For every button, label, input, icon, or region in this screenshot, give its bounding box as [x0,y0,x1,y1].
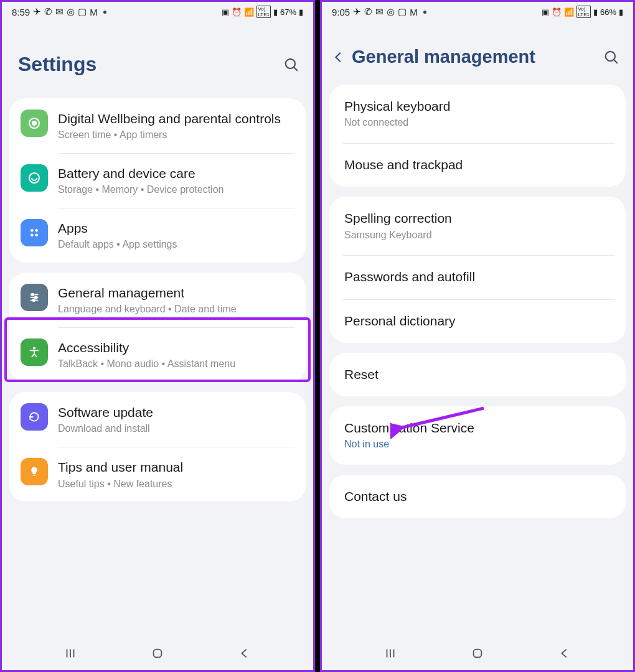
row-subtitle: Download and install [58,422,294,436]
row-title: Spelling correction [344,210,611,226]
navigation-bar [322,639,633,670]
svg-point-21 [606,51,615,60]
chat-icon: ✉ [375,6,383,17]
gmail-icon: M [90,7,98,17]
software-update-icon [21,403,48,431]
settings-group-3: Software update Download and install Tip… [9,392,306,502]
telegram-icon: ✈ [33,6,41,17]
status-bar: 9:05 ✈ ✆ ✉ ◎ ▢ M ▣ ⏰ 📶 Vo)LTE1 ▮ 66% ▮ [322,2,633,22]
battery-icon: ▮ [299,7,303,17]
row-title: Tips and user manual [58,459,294,475]
instagram-icon: ◎ [387,6,395,17]
row-title: Reset [344,366,611,383]
row-contact-us[interactable]: Contact us [329,475,626,518]
search-icon[interactable] [603,49,619,65]
back-button[interactable] [238,646,252,663]
row-subtitle: Default apps • App settings [58,238,294,251]
svg-point-5 [31,229,34,232]
whatsapp-icon: ✆ [364,6,372,17]
row-physical-keyboard[interactable]: Physical keyboard Not connected [329,85,626,143]
row-subtitle: Samsung Keyboard [344,229,611,242]
home-button[interactable] [151,646,164,663]
row-title: General management [58,285,294,301]
signal-icon: ▮ [593,7,598,17]
row-apps[interactable]: Apps Default apps • App settings [9,208,306,263]
title-bar: General management [322,22,633,85]
wifi-icon: 📶 [564,7,574,17]
battery-percent: 66% [600,7,616,17]
general-management-list: Physical keyboard Not connected Mouse an… [322,85,633,639]
home-button[interactable] [471,646,484,663]
search-icon[interactable] [283,57,299,73]
row-title: Apps [58,220,294,236]
row-subtitle: Useful tips • New features [58,478,294,491]
row-subtitle: Screen time • App timers [58,129,294,142]
row-subtitle: Storage • Memory • Device protection [58,184,294,197]
row-title: Customisation Service [344,420,611,436]
apps-icon [21,219,48,246]
wifi-icon: 📶 [244,7,254,17]
gm-group-2: Spelling correction Samsung Keyboard Pas… [329,197,626,343]
recents-button[interactable] [64,646,77,663]
general-management-icon [21,284,48,311]
row-customisation-service[interactable]: Customisation Service Not in use [329,406,626,465]
svg-rect-27 [474,650,482,658]
battery-percent: 67% [280,7,296,17]
status-bar: 8:59 ✈ ✆ ✉ ◎ ▢ M ▣ ⏰ 📶 Vo)LTE1 ▮ 67% ▮ [2,2,313,22]
row-title: Mouse and trackpad [344,157,611,173]
svg-point-3 [32,121,36,125]
svg-point-4 [29,173,39,183]
gm-group-5: Contact us [329,475,626,518]
row-title: Passwords and autofill [344,269,611,285]
gm-group-4: Customisation Service Not in use [329,406,626,465]
row-subtitle: Language and keyboard • Date and time [58,303,294,316]
row-title: Physical keyboard [344,98,611,114]
row-battery[interactable]: Battery and device care Storage • Memory… [9,153,306,208]
alarm-icon: ⏰ [552,7,562,17]
general-management-screen: 9:05 ✈ ✆ ✉ ◎ ▢ M ▣ ⏰ 📶 Vo)LTE1 ▮ 66% ▮ G… [320,0,635,672]
title-bar: Settings [2,22,313,98]
row-reset[interactable]: Reset [329,353,626,396]
svg-point-8 [35,233,38,236]
back-icon[interactable] [332,50,346,64]
svg-rect-16 [33,475,35,476]
chat-icon: ✉ [55,6,64,17]
row-title: Software update [58,404,294,421]
tips-icon [21,458,48,485]
row-personal-dictionary[interactable]: Personal dictionary [329,299,626,343]
settings-group-1: Digital Wellbeing and parental controls … [9,98,306,263]
alarm-icon: ⏰ [232,7,242,17]
row-mouse-trackpad[interactable]: Mouse and trackpad [329,143,626,187]
row-subtitle: Not connected [344,116,611,129]
row-title: Personal dictionary [344,313,611,329]
gmail-icon: M [410,7,418,17]
highlight-general-management [4,317,311,382]
row-software-update[interactable]: Software update Download and install [9,392,306,447]
page-title: General management [352,47,603,67]
row-title: Contact us [344,488,611,505]
row-passwords-autofill[interactable]: Passwords and autofill [329,255,626,299]
more-icon [103,11,106,14]
whatsapp-icon: ✆ [44,6,52,17]
gm-group-1: Physical keyboard Not connected Mouse an… [329,85,626,187]
row-wellbeing[interactable]: Digital Wellbeing and parental controls … [9,98,306,153]
gm-group-3: Reset [329,353,626,396]
row-title: Battery and device care [58,166,294,182]
page-title: Settings [18,53,283,76]
recents-button[interactable] [383,646,397,663]
battery-care-icon [21,164,48,192]
row-tips[interactable]: Tips and user manual Useful tips • New f… [9,447,306,502]
row-subtitle: Not in use [344,438,611,451]
telegram-icon: ✈ [353,6,361,17]
svg-line-1 [294,67,297,70]
volte-icon: Vo)LTE1 [576,6,591,18]
instagram-icon: ◎ [67,6,75,17]
svg-point-14 [32,299,35,302]
back-button[interactable] [558,646,572,663]
row-spelling-correction[interactable]: Spelling correction Samsung Keyboard [329,197,626,255]
svg-point-6 [35,229,38,232]
more-icon [423,11,426,14]
settings-list: Digital Wellbeing and parental controls … [2,98,313,639]
row-title: Digital Wellbeing and parental controls [58,111,294,127]
wellbeing-icon [21,110,48,137]
